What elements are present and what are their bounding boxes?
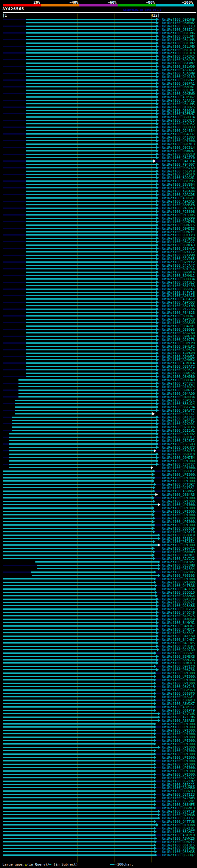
hit-alignment-bar[interactable]	[26, 160, 153, 162]
hit-alignment-bar[interactable]	[26, 63, 156, 64]
hit-alignment-bar[interactable]	[9, 467, 151, 468]
hit-alignment-bar[interactable]	[3, 521, 152, 522]
hit-alignment-bar[interactable]	[3, 784, 154, 785]
hit-alignment-bar[interactable]	[3, 801, 154, 802]
hit-alignment-bar[interactable]	[3, 585, 155, 586]
hit-alignment-bar[interactable]	[3, 723, 154, 724]
hit-alignment-bar[interactable]	[26, 312, 156, 313]
hit-alignment-bar[interactable]	[3, 609, 156, 610]
hit-alignment-bar[interactable]	[9, 454, 156, 455]
hit-alignment-bar[interactable]	[19, 386, 156, 388]
hit-alignment-bar[interactable]	[26, 231, 156, 232]
hit-alignment-bar[interactable]	[26, 150, 156, 152]
hit-alignment-bar[interactable]	[9, 450, 154, 452]
hit-alignment-bar[interactable]	[31, 571, 154, 573]
hit-alignment-bar[interactable]	[26, 366, 156, 367]
hit-alignment-bar[interactable]	[26, 238, 156, 239]
hit-alignment-bar[interactable]	[26, 336, 156, 337]
hit-alignment-bar[interactable]	[3, 777, 154, 778]
hit-alignment-bar[interactable]	[3, 716, 158, 718]
hit-alignment-bar[interactable]	[3, 480, 152, 482]
hit-alignment-bar[interactable]	[3, 693, 154, 694]
hit-alignment-bar[interactable]	[26, 275, 156, 276]
hit-alignment-bar[interactable]	[3, 511, 153, 512]
hit-alignment-bar[interactable]	[26, 113, 156, 114]
hit-alignment-bar[interactable]	[3, 743, 154, 745]
hit-alignment-bar[interactable]	[3, 588, 154, 590]
hit-alignment-bar[interactable]	[9, 457, 156, 458]
hit-alignment-bar[interactable]	[9, 447, 156, 448]
hit-alignment-bar[interactable]	[3, 767, 154, 768]
hit-alignment-bar[interactable]	[3, 629, 156, 630]
hit-alignment-bar[interactable]	[26, 46, 156, 47]
hit-alignment-bar[interactable]	[26, 292, 156, 293]
hit-alignment-bar[interactable]	[12, 430, 156, 431]
hit-alignment-bar[interactable]	[3, 797, 154, 798]
hit-alignment-bar[interactable]	[26, 147, 156, 148]
hit-alignment-bar[interactable]	[3, 619, 156, 620]
hit-alignment-bar[interactable]	[26, 369, 156, 370]
hit-alignment-bar[interactable]	[3, 706, 154, 708]
hit-alignment-bar[interactable]	[26, 376, 156, 377]
hit-alignment-bar[interactable]	[26, 130, 156, 131]
hit-alignment-bar[interactable]	[26, 26, 156, 27]
hit-alignment-bar[interactable]	[26, 32, 156, 34]
hit-alignment-bar[interactable]	[3, 507, 152, 509]
hit-alignment-bar[interactable]	[19, 383, 156, 384]
hit-alignment-bar[interactable]	[3, 484, 154, 485]
hit-alignment-bar[interactable]	[3, 666, 154, 667]
hit-alignment-bar[interactable]	[26, 332, 156, 334]
hit-alignment-bar[interactable]	[3, 538, 158, 539]
hit-alignment-bar[interactable]	[26, 157, 156, 158]
hit-alignment-bar[interactable]	[3, 747, 158, 748]
hit-alignment-bar[interactable]	[3, 494, 156, 495]
hit-alignment-bar[interactable]	[9, 443, 156, 445]
hit-alignment-bar[interactable]	[26, 177, 156, 178]
hit-alignment-bar[interactable]	[3, 828, 154, 829]
hit-alignment-bar[interactable]	[3, 578, 154, 580]
hit-alignment-bar[interactable]	[3, 582, 154, 583]
hit-alignment-bar[interactable]	[26, 201, 156, 202]
hit-alignment-bar[interactable]	[26, 255, 156, 256]
hit-alignment-bar[interactable]	[3, 528, 152, 529]
hit-alignment-bar[interactable]	[26, 187, 156, 188]
hit-alignment-bar[interactable]	[26, 144, 156, 145]
hit-alignment-bar[interactable]	[26, 245, 156, 246]
hit-alignment-bar[interactable]	[26, 116, 156, 118]
hit-alignment-bar[interactable]	[26, 329, 156, 330]
hit-alignment-bar[interactable]	[26, 251, 156, 252]
hit-alignment-bar[interactable]	[9, 440, 156, 441]
hit-alignment-bar[interactable]	[3, 646, 156, 647]
hit-alignment-bar[interactable]	[26, 96, 156, 98]
hit-alignment-bar[interactable]	[3, 595, 156, 596]
hit-alignment-bar[interactable]	[26, 103, 156, 104]
hit-alignment-bar[interactable]	[3, 514, 152, 516]
hit-alignment-bar[interactable]	[26, 319, 156, 320]
hit-alignment-bar[interactable]	[37, 568, 158, 569]
hit-alignment-bar[interactable]	[3, 662, 156, 663]
hit-alignment-bar[interactable]	[26, 197, 156, 198]
hit-alignment-bar[interactable]	[3, 834, 154, 836]
hit-alignment-bar[interactable]	[26, 258, 156, 259]
hit-alignment-bar[interactable]	[9, 460, 156, 462]
hit-alignment-bar[interactable]	[15, 406, 156, 408]
hit-alignment-bar[interactable]	[26, 302, 156, 303]
hit-alignment-bar[interactable]	[19, 390, 156, 391]
hit-alignment-bar[interactable]	[9, 437, 156, 438]
hit-alignment-bar[interactable]	[26, 309, 156, 310]
hit-alignment-bar[interactable]	[26, 221, 156, 222]
hit-alignment-bar[interactable]	[26, 282, 156, 283]
hit-alignment-bar[interactable]	[26, 224, 156, 226]
hit-alignment-bar[interactable]	[3, 817, 158, 819]
hit-alignment-bar[interactable]	[3, 726, 154, 727]
hit-alignment-bar[interactable]	[26, 140, 156, 141]
hit-alignment-bar[interactable]	[3, 551, 153, 552]
hit-alignment-bar[interactable]	[3, 770, 154, 772]
hit-alignment-bar[interactable]	[3, 491, 153, 492]
hit-alignment-bar[interactable]	[3, 615, 156, 616]
hit-alignment-bar[interactable]	[3, 656, 156, 657]
hit-alignment-bar[interactable]	[26, 194, 156, 195]
hit-alignment-bar[interactable]	[3, 814, 158, 815]
hit-alignment-bar[interactable]	[26, 180, 156, 182]
hit-alignment-bar[interactable]	[26, 76, 156, 77]
